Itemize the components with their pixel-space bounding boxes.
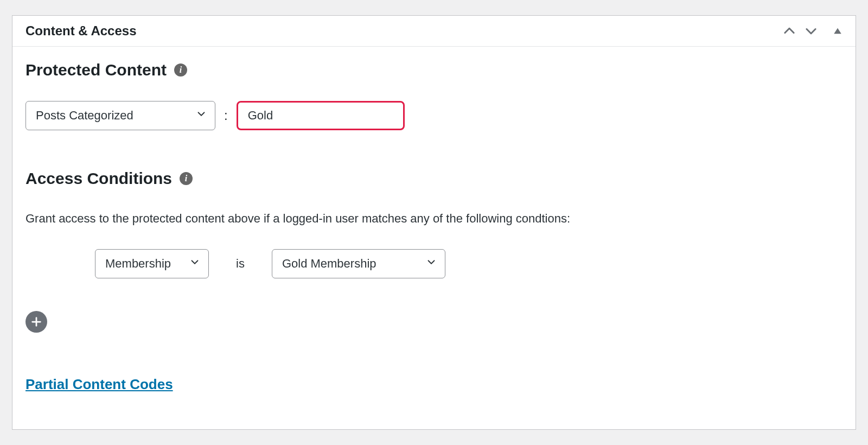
access-conditions-title: Access Conditions (25, 169, 172, 188)
category-value: Gold (248, 109, 273, 123)
info-icon[interactable]: i (180, 172, 193, 185)
content-access-panel: Content & Access Protected Content i (12, 15, 856, 430)
move-down-icon[interactable] (803, 23, 819, 39)
panel-header: Content & Access (12, 16, 856, 47)
category-input[interactable]: Gold (237, 101, 405, 130)
chevron-down-icon (425, 256, 437, 271)
add-condition-button[interactable] (25, 311, 47, 333)
partial-content-codes-link[interactable]: Partial Content Codes (25, 376, 173, 392)
partial-content-codes-row: Partial Content Codes (25, 376, 843, 393)
access-conditions-description: Grant access to the protected content ab… (25, 209, 843, 227)
chevron-down-icon (195, 108, 207, 123)
access-conditions-heading-row: Access Conditions i (25, 169, 843, 188)
condition-right-select[interactable]: Gold Membership (272, 249, 445, 278)
chevron-down-icon (189, 256, 201, 271)
condition-row: Membership is Gold Membership (25, 249, 843, 278)
protected-content-heading-row: Protected Content i (25, 61, 843, 79)
protected-content-type-select[interactable]: Posts Categorized (25, 101, 215, 130)
condition-right-label: Gold Membership (282, 257, 376, 271)
collapse-icon[interactable] (833, 26, 843, 36)
protected-content-title: Protected Content (25, 61, 167, 79)
colon-separator: : (224, 108, 228, 123)
panel-controls (782, 23, 843, 39)
info-icon[interactable]: i (174, 63, 187, 77)
condition-left-select[interactable]: Membership (95, 249, 209, 278)
add-condition-row (25, 311, 843, 333)
condition-left-label: Membership (105, 257, 171, 271)
svg-marker-0 (834, 28, 841, 34)
protected-content-row: Posts Categorized : Gold (25, 101, 843, 130)
panel-body: Protected Content i Posts Categorized : … (12, 47, 856, 429)
protected-content-type-label: Posts Categorized (36, 109, 133, 123)
move-up-icon[interactable] (782, 23, 797, 39)
page-stage: Content & Access Protected Content i (0, 0, 868, 445)
panel-title: Content & Access (25, 23, 137, 39)
condition-operator: is (218, 257, 263, 271)
